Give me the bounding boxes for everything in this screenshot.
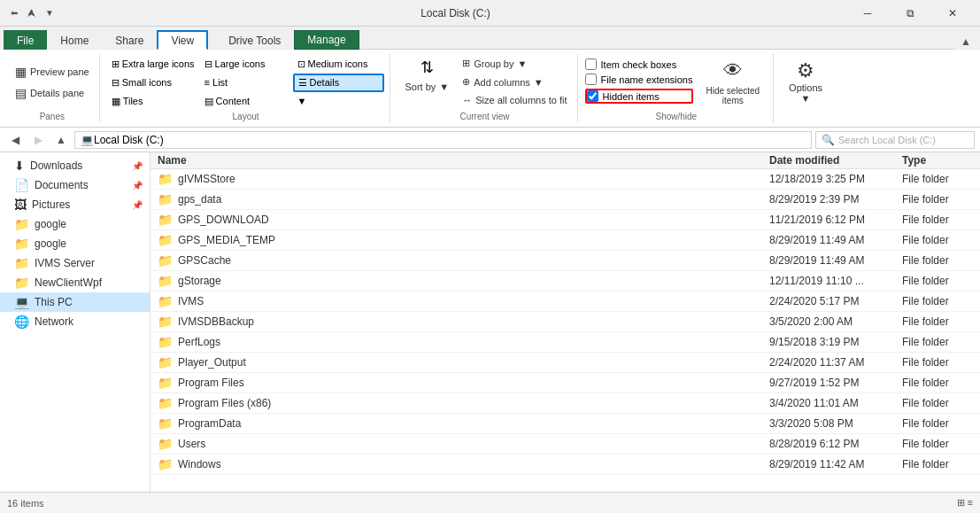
file-name: 📁 GPS_DOWNLOAD (158, 213, 769, 227)
details-button[interactable]: ☰ Details (293, 74, 385, 92)
network-icon: 🌐 (14, 315, 29, 329)
add-columns-button[interactable]: ⊕ Add columns ▼ (458, 74, 571, 90)
folder-icon: 📁 (158, 213, 173, 227)
small-icons-button[interactable]: ⊟ Small icons (107, 74, 199, 92)
show-hide-row: Item check boxes File name extensions Hi… (585, 55, 768, 110)
table-row[interactable]: 📁 GPS_DOWNLOAD 11/21/2019 6:12 PM File f… (150, 210, 980, 230)
minimize-button[interactable]: ─ (847, 0, 888, 27)
status-bar: 16 items ⊞ ≡ (0, 492, 980, 513)
hide-selected-button[interactable]: 👁 Hide selected items (698, 55, 768, 110)
quick-access-icon3[interactable]: ▼ (42, 6, 57, 20)
tab-file[interactable]: File (4, 30, 47, 50)
folder-icon: 📁 (158, 315, 173, 329)
quick-access-icon2[interactable]: ⮝ (25, 6, 39, 20)
current-view-group: ⇅ Sort by ▼ ⊞ Group by ▼ ⊕ Add columns ▼ (392, 53, 577, 123)
sidebar-item-pictures[interactable]: 🖼 Pictures 📌 (0, 195, 150, 214)
sidebar-item-thispc[interactable]: 💻 This PC (0, 292, 150, 312)
layout-row: ⊞ Extra large icons ⊟ Large icons ⊡ Medi… (107, 55, 385, 110)
medium-icons-button[interactable]: ⊡ Medium icons (293, 56, 385, 73)
newclient-icon: 📁 (14, 276, 29, 290)
window-title: Local Disk (C:) (64, 7, 847, 19)
restore-button[interactable]: ⧉ (890, 0, 930, 27)
expand-ribbon-button[interactable]: ▲ (955, 34, 976, 50)
table-row[interactable]: 📁 gStorage 12/11/2019 11:10 ... File fol… (150, 271, 980, 291)
details-pane-button[interactable]: ▤ Details pane (11, 83, 94, 103)
table-row[interactable]: 📁 Users 8/28/2019 6:12 PM File folder (150, 434, 980, 455)
folder-icon: 📁 (158, 274, 173, 288)
sidebar-item-google2[interactable]: 📁 google (0, 234, 150, 253)
file-extensions-label[interactable]: File name extensions (585, 74, 693, 85)
list-icon: ≡ (204, 77, 210, 88)
table-row[interactable]: 📁 Program Files (x86) 3/4/2020 11:01 AM … (150, 393, 980, 414)
table-row[interactable]: 📁 GPS_MEDIA_TEMP 8/29/2019 11:49 AM File… (150, 230, 980, 251)
table-row[interactable]: 📁 Player_Output 2/24/2020 11:37 AM File … (150, 353, 980, 373)
table-row[interactable]: 📁 PerfLogs 9/15/2018 3:19 PM File folder (150, 332, 980, 353)
sort-dropdown-icon: ▼ (439, 82, 449, 92)
hidden-items-checkbox[interactable] (587, 90, 598, 102)
layout-more-button[interactable]: ▼ (293, 93, 385, 110)
pictures-icon: 🖼 (14, 198, 27, 212)
list-button[interactable]: ≡ List (200, 74, 292, 92)
google2-icon: 📁 (14, 237, 29, 251)
sidebar-item-ivms-server[interactable]: 📁 IVMS Server (0, 253, 150, 273)
item-checkboxes-label[interactable]: Item check boxes (585, 58, 693, 70)
table-row[interactable]: 📁 Windows 8/29/2019 11:42 AM File folder (150, 455, 980, 475)
content-button[interactable]: ▤ Content (200, 93, 292, 110)
table-row[interactable]: 📁 GPSCache 8/29/2019 11:49 AM File folde… (150, 251, 980, 271)
address-field[interactable]: 💻 Local Disk (C:) (74, 131, 812, 149)
table-row[interactable]: 📁 ProgramData 3/3/2020 5:08 PM File fold… (150, 414, 980, 434)
tiles-button[interactable]: ▦ Tiles (107, 93, 199, 110)
extra-large-icons-button[interactable]: ⊞ Extra large icons (107, 56, 199, 73)
sort-by-container: ⇅ Sort by ▼ (397, 55, 456, 97)
layout-group: ⊞ Extra large icons ⊟ Large icons ⊡ Medi… (102, 53, 391, 123)
file-extensions-checkbox[interactable] (585, 74, 597, 85)
layout-label: Layout (107, 110, 385, 121)
up-button[interactable]: ▲ (51, 130, 71, 150)
search-field[interactable]: 🔍 Search Local Disk (C:) (815, 131, 975, 149)
table-row[interactable]: 📁 gps_data 8/29/2019 2:39 PM File folder (150, 190, 980, 210)
tab-view[interactable]: View (157, 30, 208, 50)
sidebar-item-network[interactable]: 🌐 Network (0, 312, 150, 331)
close-button[interactable]: ✕ (932, 0, 973, 27)
current-view-label: Current view (397, 110, 571, 121)
tab-manage[interactable]: Manage (294, 30, 359, 50)
hide-selected-icon: 👁 (723, 59, 743, 82)
tab-share[interactable]: Share (102, 30, 157, 50)
table-row[interactable]: 📁 IVMSDBBackup 3/5/2020 2:00 AM File fol… (150, 312, 980, 332)
forward-button[interactable]: ▶ (28, 130, 48, 150)
content-icon: ▤ (204, 96, 213, 107)
group-by-button[interactable]: ⊞ Group by ▼ (458, 55, 571, 72)
sidebar-item-downloads[interactable]: ⬇ Downloads 📌 (0, 156, 150, 175)
table-row[interactable]: 📁 gIVMSStore 12/18/2019 3:25 PM File fol… (150, 169, 980, 190)
tab-drive-tools[interactable]: Drive Tools (215, 30, 294, 50)
tab-home[interactable]: Home (47, 30, 102, 50)
hidden-items-label[interactable]: Hidden items (585, 89, 693, 104)
documents-icon: 📄 (14, 178, 29, 192)
file-name: 📁 gStorage (158, 274, 769, 288)
show-hide-checkboxes: Item check boxes File name extensions Hi… (585, 55, 693, 104)
item-checkboxes-checkbox[interactable] (585, 58, 597, 70)
quick-access-icon[interactable]: ⬅ (7, 6, 21, 20)
preview-pane-button[interactable]: ▦ Preview pane (11, 62, 94, 82)
sidebar-item-documents[interactable]: 📄 Documents 📌 (0, 175, 150, 195)
options-button[interactable]: ⚙ Options ▼ (781, 55, 830, 108)
ivms-server-icon: 📁 (14, 256, 29, 270)
extra-large-icon: ⊞ (112, 58, 120, 70)
file-name: 📁 IVMSDBBackup (158, 315, 769, 329)
folder-icon: 📁 (158, 294, 173, 308)
back-button[interactable]: ◀ (5, 130, 25, 150)
layout-more-icon: ▼ (297, 96, 307, 106)
panes-buttons: ▦ Preview pane ▤ Details pane (11, 62, 94, 103)
layout-grid: ⊞ Extra large icons ⊟ Large icons ⊡ Medi… (107, 56, 385, 110)
table-row[interactable]: 📁 IVMS 2/24/2020 5:17 PM File folder (150, 291, 980, 312)
panes-label: Panes (11, 110, 94, 121)
table-row[interactable]: 📁 Program Files 9/27/2019 1:52 PM File f… (150, 373, 980, 393)
file-name: 📁 Program Files (158, 376, 769, 390)
sidebar-item-google1[interactable]: 📁 google (0, 214, 150, 234)
sort-by-button[interactable]: Sort by ▼ (400, 79, 453, 95)
large-icons-button[interactable]: ⊟ Large icons (200, 56, 292, 73)
file-name: 📁 IVMS (158, 294, 769, 308)
sidebar-item-newclient[interactable]: 📁 NewClientWpf (0, 273, 150, 292)
size-all-columns-button[interactable]: ↔ Size all columns to fit (458, 92, 571, 108)
main-content: ⬇ Downloads 📌 📄 Documents 📌 🖼 Pictures 📌… (0, 152, 980, 492)
